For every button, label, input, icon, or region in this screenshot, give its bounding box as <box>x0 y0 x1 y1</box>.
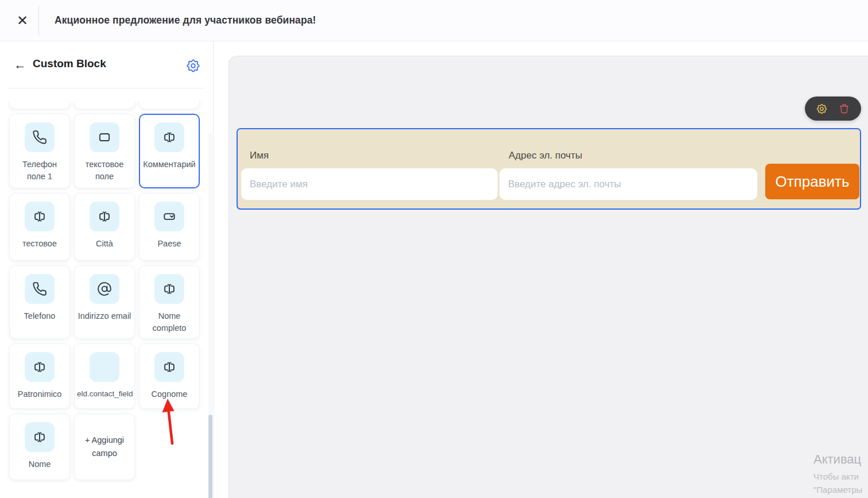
field-card-label: eld.contact_field <box>77 388 132 400</box>
watermark-line: Чтобы акти <box>813 472 868 482</box>
topbar-divider <box>38 5 39 36</box>
activation-watermark: Активац Чтобы акти "Параметры <box>813 451 868 495</box>
select-dropdown-icon <box>154 202 184 231</box>
trash-icon <box>839 103 850 114</box>
field-card-partial[interactable] <box>139 101 200 109</box>
textbox-cursor-icon <box>25 202 55 231</box>
add-field-label: + Aggiungi campo <box>78 434 131 460</box>
field-card-label: Paese <box>142 238 197 250</box>
field-card-contact-field[interactable]: eld.contact_field <box>74 343 135 409</box>
field-card-citta[interactable]: Città <box>74 193 135 261</box>
panel-header: ← Custom Block <box>0 41 214 88</box>
field-card-cognome[interactable]: Cognome <box>139 343 200 409</box>
field-card-label: тестовое <box>12 238 67 250</box>
field-card-paese[interactable]: Paese <box>139 193 200 261</box>
form-field-label-email: Адрес эл. почты <box>509 150 582 161</box>
form-block-selected[interactable]: Имя Адрес эл. почты Отправить <box>237 128 861 210</box>
block-delete-button[interactable] <box>838 102 851 115</box>
email-input[interactable] <box>499 168 757 200</box>
field-card-label: Комментарий <box>142 159 197 171</box>
sidebar-scrollbar-thumb[interactable] <box>208 415 212 498</box>
submit-button[interactable]: Отправить <box>765 164 859 199</box>
textbox-cursor-icon <box>154 122 184 152</box>
form-field-label-name: Имя <box>250 150 269 161</box>
field-card-kommentariy-selected[interactable]: Комментарий <box>139 114 200 188</box>
field-card-label: Nome completo <box>142 310 197 334</box>
panel-divider <box>8 88 205 88</box>
topbar: ✕ Акционное предложение для участников в… <box>0 0 868 41</box>
editor-canvas[interactable] <box>228 56 868 498</box>
at-sign-icon <box>90 274 119 304</box>
back-arrow-icon: ← <box>14 58 26 72</box>
field-card-label: Телефон поле 1 <box>12 159 67 183</box>
empty-icon <box>90 352 119 382</box>
back-button[interactable]: ← <box>11 55 29 75</box>
field-card-label: Città <box>77 238 132 250</box>
field-card-telefono[interactable]: Telefono <box>9 265 70 339</box>
field-card-nome-completo[interactable]: Nome completo <box>139 265 200 339</box>
field-card-label: Cognome <box>142 388 197 400</box>
field-card-nome[interactable]: Nome <box>9 414 70 480</box>
textfield-rect-icon <box>90 122 119 152</box>
field-cards-scroll-area: Телефон поле 1 текстовое поле Комментари… <box>0 101 208 482</box>
gear-icon <box>185 58 201 74</box>
name-input[interactable] <box>241 168 498 200</box>
field-card-label: текстовое поле <box>77 159 132 183</box>
textbox-cursor-icon <box>154 352 184 382</box>
field-card-partial[interactable] <box>9 101 70 109</box>
field-card-label: Nome <box>12 458 67 470</box>
phone-icon <box>25 274 55 304</box>
field-card-indirizzo-email[interactable]: Indirizzo email <box>74 265 135 339</box>
close-icon: ✕ <box>17 13 28 29</box>
textbox-cursor-icon <box>90 202 119 231</box>
panel-settings-button[interactable] <box>184 57 202 74</box>
add-field-button[interactable]: + Aggiungi campo <box>74 414 135 480</box>
textbox-cursor-icon <box>154 274 184 304</box>
field-card-label: Indirizzo email <box>77 310 132 322</box>
field-card-label: Telefono <box>12 310 67 322</box>
field-card-grid: Телефон поле 1 текстовое поле Комментари… <box>9 101 200 480</box>
field-card-testovoe[interactable]: тестовое <box>9 193 70 261</box>
block-toolbar <box>805 96 861 121</box>
field-card-label: Patronimico <box>12 388 67 400</box>
field-card-telefon-pole-1[interactable]: Телефон поле 1 <box>9 114 70 188</box>
field-card-tekstovoe-pole[interactable]: текстовое поле <box>74 114 135 188</box>
close-button[interactable]: ✕ <box>10 9 34 33</box>
field-card-patronimico[interactable]: Patronimico <box>9 343 70 409</box>
watermark-line: "Параметры <box>813 485 868 495</box>
custom-block-panel: ← Custom Block Телефон поле 1 текс <box>0 41 214 498</box>
textbox-cursor-icon <box>25 352 55 382</box>
phone-icon <box>25 122 55 152</box>
block-settings-button[interactable] <box>816 102 828 115</box>
gear-icon <box>816 103 828 115</box>
page-title: Акционное предложение для участников веб… <box>55 0 316 41</box>
app-root: ✕ Акционное предложение для участников в… <box>0 0 868 498</box>
textbox-cursor-icon <box>25 422 55 452</box>
panel-title: Custom Block <box>33 57 106 70</box>
field-card-partial[interactable] <box>74 101 135 109</box>
watermark-line: Активац <box>813 451 868 468</box>
